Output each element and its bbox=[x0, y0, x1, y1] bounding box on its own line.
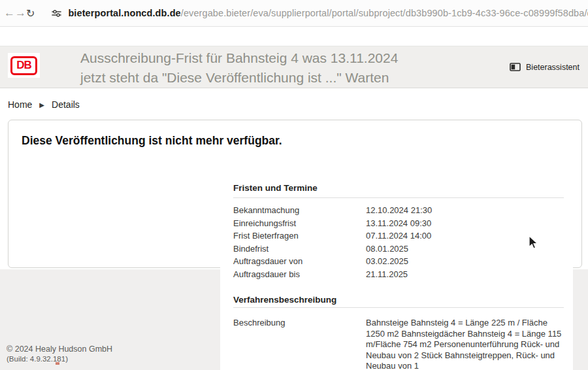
url-bar[interactable]: bieterportal.noncd.db.de/evergabe.bieter… bbox=[68, 8, 588, 18]
mouse-cursor bbox=[528, 235, 538, 252]
partial-element-artifact bbox=[56, 362, 59, 365]
breadcrumb-separator-icon: ▶ bbox=[39, 101, 44, 109]
row-value: 21.11.2025 bbox=[366, 268, 564, 281]
browser-toolbar: ← → ↻ bieterportal.noncd.db.de/evergabe.… bbox=[0, 0, 588, 27]
footer-copyright: © 2024 Healy Hudson GmbH bbox=[7, 345, 112, 354]
details-panel: Fristen und Termine Bekanntmachung 12.10… bbox=[220, 150, 573, 370]
breadcrumb-home[interactable]: Home bbox=[8, 99, 32, 110]
unavailable-notice: Diese Veröffentlichung ist nicht mehr ve… bbox=[22, 134, 282, 148]
row-value: 13.11.2024 09:30 bbox=[366, 217, 564, 230]
section-title-fristen: Fristen und Termine bbox=[233, 183, 318, 193]
db-logo-emblem: DB bbox=[10, 56, 37, 75]
table-row: Auftragsdauer bis 21.11.2025 bbox=[233, 268, 564, 281]
row-label: Frist Bieterfragen bbox=[233, 229, 366, 243]
row-value: 12.10.2024 21:30 bbox=[366, 204, 564, 217]
row-label: Beschreibung bbox=[233, 318, 366, 370]
fristen-rows: Bekanntmachung 12.10.2024 21:30 Einreich… bbox=[233, 204, 564, 280]
row-value: 03.02.2025 bbox=[366, 255, 564, 268]
url-path: /evergabe.bieter/eva/supplierportal/port… bbox=[181, 8, 588, 18]
app-header: DB Ausschreibung-Frist für Bahnsteig 4 w… bbox=[0, 46, 588, 88]
beschreibung-row: Beschreibung Bahnsteige Bahnsteig 4 = Lä… bbox=[233, 318, 564, 370]
row-label: Auftragsdauer von bbox=[233, 255, 366, 268]
section-divider bbox=[233, 307, 564, 308]
url-domain: bieterportal.noncd.db.de bbox=[68, 8, 180, 18]
bieterassistent-button[interactable]: Bieterassistent bbox=[510, 62, 580, 72]
forward-icon[interactable]: → bbox=[15, 7, 26, 20]
table-row: Bekanntmachung 12.10.2024 21:30 bbox=[233, 204, 564, 217]
row-value: Bahnsteige Bahnsteig 4 = Länge 225 m / F… bbox=[366, 318, 564, 370]
row-label: Einreichungsfrist bbox=[233, 217, 366, 230]
section-title-verfahren: Verfahrensbeschreibung bbox=[233, 295, 336, 305]
reload-icon[interactable]: ↻ bbox=[26, 7, 35, 20]
db-logo[interactable]: DB bbox=[8, 53, 40, 78]
breadcrumb: Home ▶ Details bbox=[8, 99, 80, 110]
table-row: Bindefrist 08.01.2025 bbox=[233, 243, 564, 256]
row-label: Bindefrist bbox=[233, 243, 366, 256]
table-row: Frist Bieterfragen 07.11.2024 14:00 bbox=[233, 229, 564, 243]
section-divider bbox=[233, 197, 564, 198]
header-title-line2: jetzt steht da "Diese Veröffentlichung i… bbox=[80, 68, 398, 88]
bieterassistent-label: Bieterassistent bbox=[526, 63, 580, 72]
site-settings-icon[interactable] bbox=[52, 8, 61, 18]
header-title-line1: Ausschreibung-Frist für Bahnsteig 4 was … bbox=[80, 48, 398, 68]
breadcrumb-details: Details bbox=[52, 99, 80, 110]
row-label: Auftragsdauer bis bbox=[233, 268, 366, 281]
row-label: Bekanntmachung bbox=[233, 204, 366, 217]
header-title: Ausschreibung-Frist für Bahnsteig 4 was … bbox=[80, 48, 398, 88]
panel-icon bbox=[510, 62, 521, 72]
back-icon[interactable]: ← bbox=[4, 7, 15, 20]
table-row: Einreichungsfrist 13.11.2024 09:30 bbox=[233, 217, 564, 230]
table-row: Auftragsdauer von 03.02.2025 bbox=[233, 255, 564, 268]
table-row: Beschreibung Bahnsteige Bahnsteig 4 = Lä… bbox=[233, 318, 564, 370]
